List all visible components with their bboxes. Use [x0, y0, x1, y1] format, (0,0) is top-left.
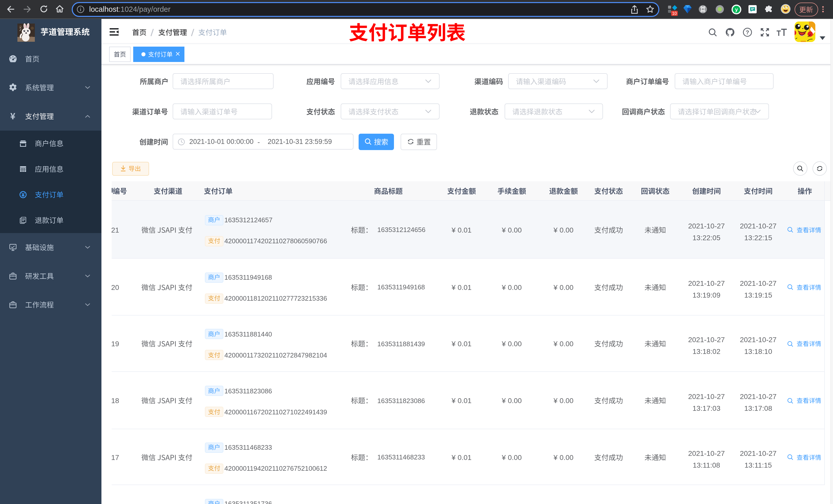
svg-text:?: ? [746, 29, 749, 35]
svg-text:y: y [735, 6, 738, 12]
svg-text:10: 10 [672, 11, 677, 16]
